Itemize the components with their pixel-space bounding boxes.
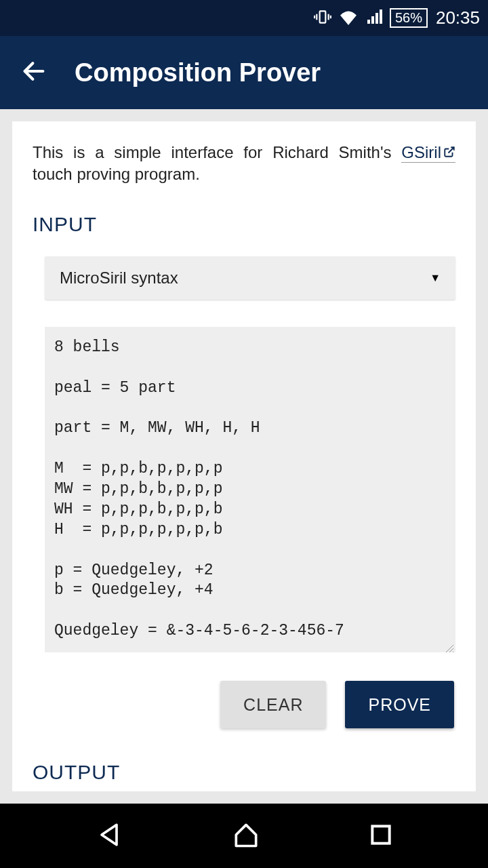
page-title: Composition Prover [75, 58, 321, 87]
chevron-down-icon: ▼ [430, 272, 441, 284]
content-container: This is a simple interface for Richard S… [0, 109, 488, 804]
prove-button[interactable]: PROVE [345, 681, 454, 728]
status-icons: 56% [314, 8, 428, 28]
nav-recent-button[interactable] [368, 822, 394, 850]
status-time: 20:35 [436, 7, 480, 28]
intro-after: touch proving program. [33, 165, 200, 183]
svg-rect-14 [372, 826, 389, 843]
svg-rect-8 [380, 9, 382, 24]
gsiril-link[interactable]: GSiril [401, 143, 455, 163]
vibrate-icon [314, 8, 331, 28]
svg-rect-7 [375, 13, 378, 24]
svg-rect-6 [371, 16, 374, 24]
intro-before: This is a simple interface for Richard S… [33, 143, 401, 161]
svg-rect-0 [320, 11, 326, 22]
svg-line-11 [445, 645, 453, 652]
nav-home-button[interactable] [231, 820, 261, 852]
syntax-dropdown[interactable]: MicroSiril syntax ▼ [45, 256, 455, 300]
nav-back-button[interactable] [94, 820, 124, 852]
external-link-icon [443, 142, 455, 163]
back-button[interactable] [20, 58, 47, 87]
battery-indicator: 56% [390, 8, 428, 28]
svg-line-10 [449, 147, 454, 153]
svg-rect-5 [367, 20, 370, 24]
wifi-icon [338, 9, 359, 28]
app-bar: Composition Prover [0, 36, 488, 109]
code-input[interactable]: 8 bells peal = 5 part part = M, MW, WH, … [45, 327, 455, 652]
input-heading: INPUT [33, 213, 455, 236]
button-row: CLEAR PROVE [33, 681, 455, 728]
resize-handle[interactable] [443, 640, 454, 651]
intro-text: This is a simple interface for Richard S… [33, 142, 455, 186]
dropdown-selected: MicroSiril syntax [60, 269, 178, 288]
clear-button[interactable]: CLEAR [220, 681, 326, 728]
svg-line-13 [452, 652, 453, 652]
output-heading: OUTPUT [33, 761, 455, 784]
signal-icon [365, 9, 383, 28]
status-bar: 56% 20:35 [0, 0, 488, 36]
navigation-bar [0, 804, 488, 868]
main-card: This is a simple interface for Richard S… [12, 121, 476, 791]
link-text: GSiril [401, 143, 441, 161]
